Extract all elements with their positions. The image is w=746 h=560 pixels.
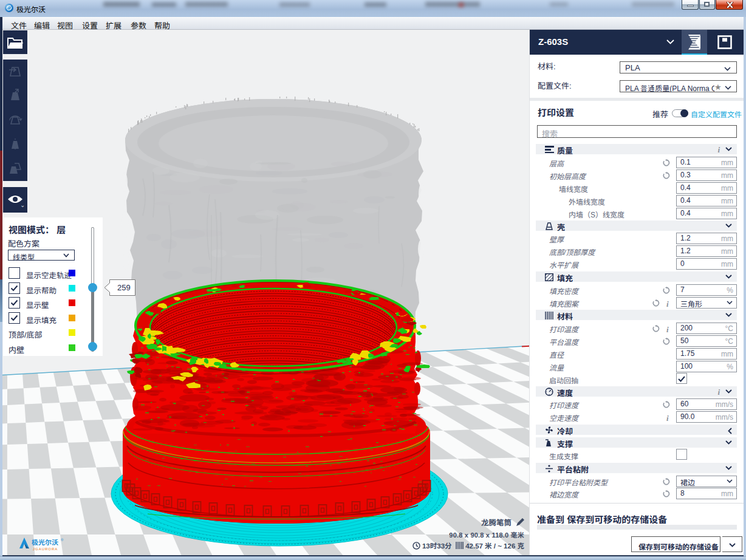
svg-text:259: 259 <box>117 283 131 292</box>
svg-text:®: ® <box>61 538 64 542</box>
svg-text:JGAURORA: JGAURORA <box>33 547 58 551</box>
svg-text:极光尔沃: 极光尔沃 <box>32 537 58 547</box>
